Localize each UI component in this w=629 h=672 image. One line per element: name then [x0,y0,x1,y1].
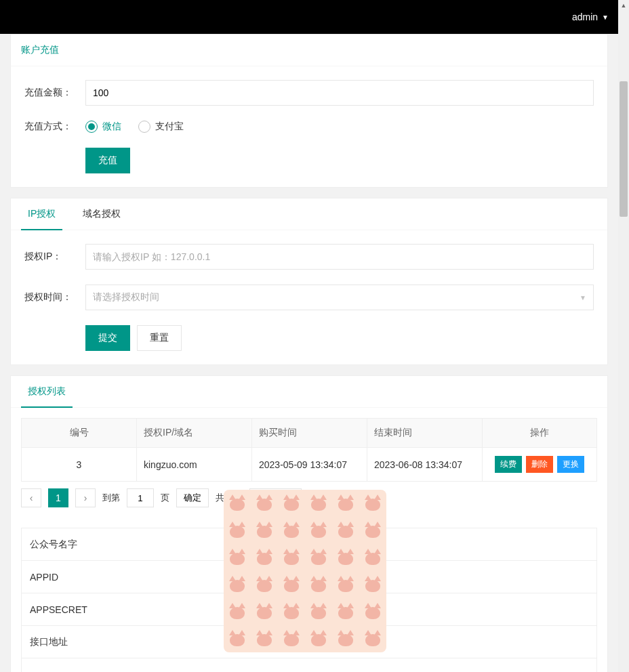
radio-wechat[interactable]: 微信 [85,121,121,133]
topbar: admin ▼ [0,0,629,34]
auth-time-label: 授权时间： [24,291,85,303]
cell-end: 2023-06-08 13:34:07 [367,448,483,482]
delete-button[interactable]: 删除 [526,456,553,473]
reset-button[interactable]: 重置 [137,325,182,351]
amount-label: 充值金额： [24,87,85,99]
method-label: 充值方式： [24,121,85,133]
submit-button[interactable]: 提交 [85,325,130,351]
pager-page-input[interactable] [127,488,154,507]
auth-ip-input[interactable] [85,244,594,270]
select-placeholder: 请选择授权时间 [93,291,159,303]
auth-card: IP授权 域名授权 授权IP： 授权时间： 请选择授权时间 ▼ [10,198,608,365]
cell-buy: 2023-05-09 13:34:07 [252,448,367,482]
tab-ip-auth[interactable]: IP授权 [21,198,62,230]
info-row-help: 使用帮助 [22,658,596,672]
col-buy: 购买时间 [252,419,367,448]
col-end: 结束时间 [367,419,483,448]
radio-dot-icon [138,121,150,133]
tab-domain-auth[interactable]: 域名授权 [76,198,127,230]
pager-next[interactable]: › [75,488,96,507]
alipay-label: 支付宝 [155,121,184,133]
scroll-thumb[interactable] [620,81,628,217]
username: admin [572,12,598,22]
recharge-title: 账户充值 [11,35,607,66]
auth-tabs: IP授权 域名授权 [11,198,607,230]
amount-input[interactable] [85,80,594,106]
chevron-down-icon: ▼ [602,14,609,21]
pager-page-unit: 页 [161,492,169,504]
user-dropdown[interactable]: admin ▼ [572,12,609,22]
pager-prev[interactable]: ‹ [21,488,41,507]
recharge-card: 账户充值 充值金额： 充值方式： 微信 支付宝 [10,34,608,188]
triangle-down-icon: ▼ [580,294,586,301]
replace-button[interactable]: 更换 [557,456,584,473]
scroll-up-icon[interactable]: ▲ [618,0,629,11]
recharge-button[interactable]: 充值 [85,148,130,173]
scrollbar[interactable]: ▲ [618,0,629,672]
cell-id: 3 [22,448,137,482]
cell-ops: 续费 删除 更换 [483,448,597,482]
list-title: 授权列表 [21,376,73,407]
auth-time-select[interactable]: 请选择授权时间 ▼ [85,285,594,310]
col-ip: 授权IP/域名 [137,419,252,448]
radio-alipay[interactable]: 支付宝 [138,121,184,133]
auth-ip-label: 授权IP： [24,251,85,263]
pager-goto-label: 到第 [102,492,120,504]
cell-ip: kingzuo.com [137,448,252,482]
col-op: 操作 [483,419,597,448]
auth-table: 编号 授权IP/域名 购买时间 结束时间 操作 3 kingzuo.com 20… [21,418,597,482]
pager-page-1[interactable]: 1 [48,488,68,507]
table-header-row: 编号 授权IP/域名 购买时间 结束时间 操作 [22,419,597,448]
wechat-label: 微信 [102,121,121,133]
qrcode-image: (function(){ var host = document.current… [224,490,386,652]
table-row: 3 kingzuo.com 2023-05-09 13:34:07 2023-0… [22,448,597,482]
pager-confirm[interactable]: 确定 [176,488,209,507]
renew-button[interactable]: 续费 [495,456,522,473]
radio-dot-icon [85,121,98,133]
list-tabs: 授权列表 [11,376,607,408]
col-id: 编号 [22,419,137,448]
